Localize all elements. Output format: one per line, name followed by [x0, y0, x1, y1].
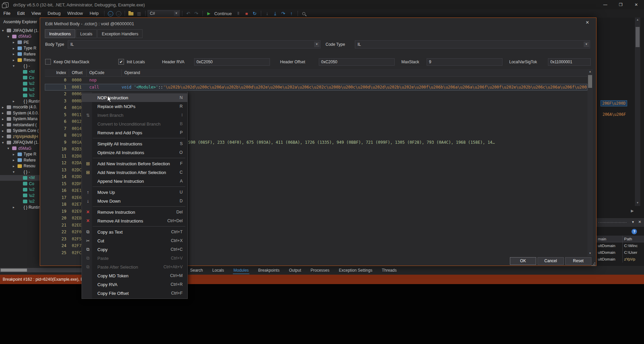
keep-old-maxstack-checkbox[interactable] [45, 59, 51, 65]
column-header-index[interactable]: Index [45, 69, 69, 76]
menu-item[interactable] [82, 225, 187, 228]
menu-item[interactable]: ⧉ Copy as Text Ctrl+T [82, 228, 187, 236]
menu-item[interactable]: Copy RVA Ctrl+R [82, 280, 187, 289]
expander-icon[interactable]: ▾ [13, 64, 18, 68]
expander-icon[interactable]: ▸ [13, 40, 18, 44]
column-header-opcode[interactable]: OpCode [87, 69, 122, 76]
tool-window-tab[interactable]: Breakpoints [257, 267, 280, 274]
tool-window-tab[interactable]: Processes [310, 267, 330, 274]
expander-icon[interactable]: ▸ [13, 158, 18, 162]
pause-icon[interactable]: ‖ [235, 11, 243, 16]
language-select[interactable]: C# ▼ [148, 10, 180, 17]
menu-item[interactable]: Window [64, 9, 86, 18]
header-offset-field[interactable]: 0xC2050 [319, 58, 395, 66]
scrollbar-thumb[interactable] [588, 75, 592, 88]
expander-icon[interactable]: ▸ [13, 52, 18, 56]
header-rva-field[interactable]: 0xC2050 [194, 58, 270, 66]
menu-item[interactable]: Copy MD Token Ctrl+M [82, 271, 187, 280]
menu-item[interactable]: Replace with NOPs R [82, 102, 187, 111]
menu-item[interactable]: ↑ Move Up U [82, 188, 187, 197]
continue-button[interactable]: Continue [214, 11, 232, 16]
dialog-tab[interactable]: Exception Handlers [97, 29, 143, 38]
localvarsigtok-field[interactable]: 0x11000001 [548, 58, 591, 66]
menu-item[interactable]: × Remove All Instructions Ctrl+Del [82, 216, 187, 225]
column-header[interactable]: main [596, 236, 623, 242]
menu-item[interactable]: ⊞ Add New Instruction After Selection C [82, 168, 187, 177]
menu-item[interactable]: Convert to Unconditional Branch B [82, 119, 187, 128]
menu-item[interactable]: Simplify All Instructions S [82, 139, 187, 148]
show-next-statement-icon[interactable]: ↓ [263, 11, 271, 16]
step-into-icon[interactable]: ⤓ [271, 11, 279, 16]
undo-icon[interactable]: ↶ [184, 11, 192, 16]
tool-window-tab[interactable]: Output [288, 267, 302, 274]
scroll-right-icon[interactable]: ▶ [631, 209, 634, 213]
table-row[interactable]: ultDomain C:\Winc [596, 242, 644, 249]
expander-icon[interactable]: ▾ [2, 141, 7, 144]
drag-grip[interactable] [599, 222, 626, 223]
expander-icon[interactable]: ▸ [13, 152, 18, 156]
scroll-up-icon[interactable]: ▲ [635, 18, 640, 21]
tool-window-tab[interactable]: Exception Settings [338, 267, 373, 274]
close-button[interactable]: ✕ [628, 0, 644, 9]
vertical-scrollbar[interactable]: ▲ ▼ [587, 69, 593, 256]
menu-item[interactable] [82, 157, 187, 159]
table-row[interactable]: ultDomain zYpVp [596, 256, 644, 263]
open-file-icon[interactable] [127, 11, 135, 16]
chevron-down-icon[interactable]: ▾ [632, 220, 634, 224]
expander-icon[interactable]: ▸ [2, 105, 7, 109]
menu-item[interactable]: View [28, 9, 44, 18]
help-icon[interactable]: ? [632, 229, 637, 234]
editor-scrollbar[interactable]: ▲ ▼ [635, 18, 640, 206]
menu-item[interactable]: File [0, 9, 14, 18]
table-row[interactable]: ultDomain C:\User [596, 249, 644, 256]
menu-item[interactable]: ⧉ Paste After Selection Ctrl+Alt+V [82, 263, 187, 271]
column-header-offset[interactable]: Offset [69, 69, 87, 76]
navigate-forward-icon[interactable]: → [115, 10, 123, 16]
search-icon[interactable] [300, 11, 308, 16]
step-over-icon[interactable]: ↷ [279, 11, 287, 16]
menu-item[interactable]: ⇅ Invert Branch I [82, 111, 187, 119]
expander-icon[interactable]: ▸ [2, 123, 7, 127]
ok-button[interactable]: OK [510, 257, 536, 265]
dialog-tab[interactable]: Instructions [45, 29, 75, 38]
navigate-back-icon[interactable]: ← [106, 10, 115, 16]
dock-panel-header[interactable]: ▾ ✕ [596, 218, 644, 227]
menu-item[interactable]: NOP Instruction N [82, 93, 187, 102]
maximize-button[interactable]: ❐ [613, 0, 628, 9]
menu-item[interactable] [82, 137, 187, 139]
tool-window-tab[interactable]: Modules [233, 267, 249, 274]
resize-grip[interactable] [591, 262, 595, 266]
expander-icon[interactable]: ▸ [13, 164, 18, 168]
menu-item[interactable]: Copy File Offset Ctrl+F [82, 289, 187, 298]
expander-icon[interactable]: ▸ [2, 135, 7, 138]
expander-icon[interactable]: ▸ [13, 99, 18, 103]
redo-icon[interactable]: ↷ [192, 11, 201, 16]
instruction-row[interactable]: 0 0000 nop [45, 77, 587, 84]
scroll-down-icon[interactable]: ▼ [587, 252, 593, 255]
step-out-icon[interactable]: ↑ [287, 11, 296, 16]
menu-item[interactable] [82, 205, 187, 208]
tool-window-tab[interactable]: Search [189, 267, 204, 274]
expander-icon[interactable]: ▸ [2, 117, 7, 121]
reset-button[interactable]: Reset [565, 257, 591, 265]
menu-item[interactable]: ✂ Cut Ctrl+X [82, 236, 187, 245]
menu-item[interactable]: ⧉ Paste Ctrl+V [82, 254, 187, 263]
tool-window-tab[interactable]: Threads [381, 267, 397, 274]
scrollbar-thumb[interactable] [1, 269, 27, 272]
expander-icon[interactable]: ▸ [13, 46, 18, 50]
body-type-select[interactable]: IL ▼ [68, 40, 320, 48]
minimize-button[interactable]: — [597, 0, 613, 9]
scroll-down-icon[interactable]: ▼ [635, 201, 640, 204]
menu-item[interactable]: ⊞ Add New Instruction Before Selection F [82, 159, 187, 168]
instruction-row[interactable]: 1 0001 call void '<Module>'::'\u202b\u20… [45, 84, 587, 91]
menu-item[interactable]: ↓ Move Down D [82, 197, 187, 205]
continue-icon[interactable]: ▶ [205, 11, 213, 16]
code-type-select[interactable]: IL ▼ [355, 40, 590, 48]
column-header-operand[interactable]: Operand [122, 69, 587, 76]
expander-icon[interactable]: ▾ [7, 146, 12, 150]
menu-item[interactable] [82, 185, 187, 188]
expander-icon[interactable]: ▸ [13, 58, 18, 62]
stop-icon[interactable]: ■ [243, 11, 251, 16]
scroll-up-icon[interactable]: ▲ [587, 70, 593, 73]
restart-icon[interactable]: ↻ [251, 11, 259, 16]
